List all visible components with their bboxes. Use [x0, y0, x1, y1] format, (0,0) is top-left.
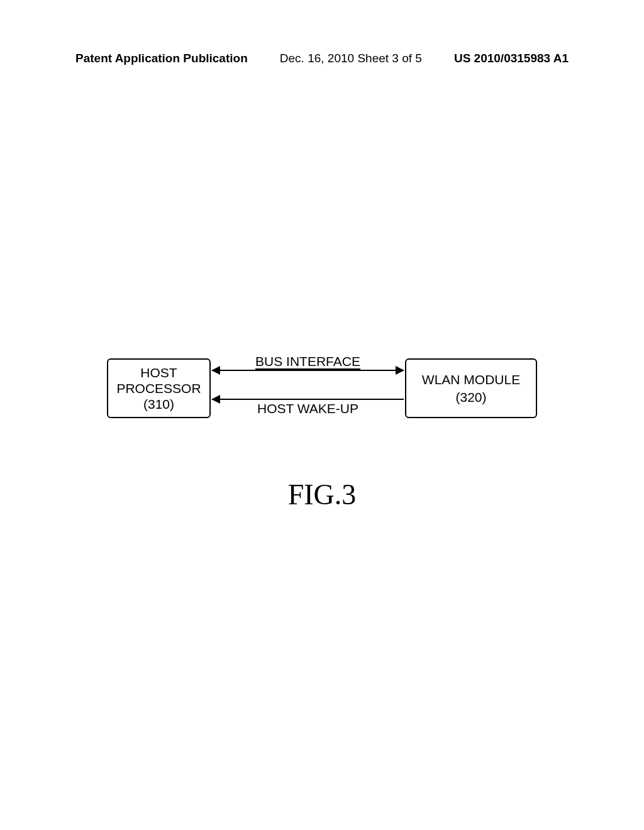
header-patent-number: US 2010/0315983 A1 [454, 52, 569, 65]
block-label-line: (320) [455, 389, 486, 406]
block-label-line: (310) [143, 396, 174, 412]
host-wakeup-label: HOST WAKE-UP [228, 401, 388, 416]
header-date-sheet: Dec. 16, 2010 Sheet 3 of 5 [280, 52, 422, 65]
header-publication: Patent Application Publication [75, 52, 248, 65]
wlan-module-block: WLAN MODULE (320) [405, 358, 537, 418]
arrow-line-icon [212, 370, 404, 371]
bus-interface-arrow [212, 370, 404, 371]
block-diagram: HOST PROCESSOR (310) WLAN MODULE (320) B… [107, 358, 537, 421]
arrow-line-icon [212, 399, 404, 400]
block-label-line: WLAN MODULE [422, 371, 520, 388]
figure-number-label: FIG.3 [0, 478, 644, 511]
arrow-head-left-icon [211, 395, 220, 404]
page-header: Patent Application Publication Dec. 16, … [0, 52, 644, 65]
arrow-head-left-icon [211, 366, 220, 375]
block-label-line: HOST [140, 365, 177, 380]
block-label-line: PROCESSOR [116, 380, 201, 396]
bus-interface-label: BUS INTERFACE [228, 354, 388, 369]
host-processor-block: HOST PROCESSOR (310) [107, 358, 211, 418]
host-wakeup-arrow [212, 399, 404, 400]
arrow-head-right-icon [396, 366, 404, 375]
